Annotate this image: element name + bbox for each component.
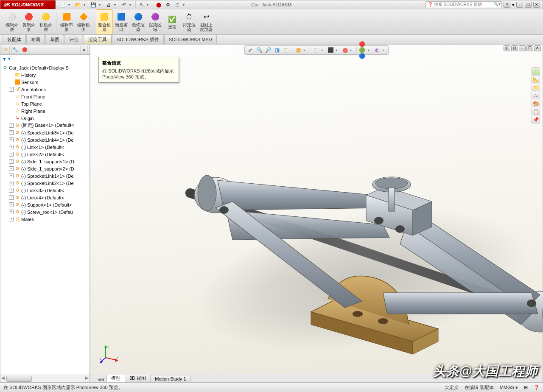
vp-minimize-button[interactable]: – [519,45,526,51]
tab-motion-study[interactable]: Motion Study 1 [150,376,190,382]
tree-node[interactable]: +⚙(-) Link<3> (Default< [1,187,89,194]
ribbon-copy-scene[interactable]: 🔴复制外 景 [20,9,37,34]
configs-icon[interactable]: 🔧 [11,46,19,53]
tree-node[interactable]: 📁History [1,71,89,78]
expand-icon[interactable]: + [9,137,14,142]
help-icon[interactable]: ? [504,2,510,8]
status-units[interactable]: MMGS ▾ [500,385,518,390]
appearance-icon[interactable]: 🔴🟢🔵 [359,46,367,54]
section-icon[interactable]: ◨ [273,46,281,54]
shadow-icon[interactable]: ⬤ [341,46,349,54]
tree-node[interactable]: ◇Right Plane [1,107,89,115]
tree-node[interactable]: ↳Origin [1,115,89,122]
tree-node[interactable]: +⚙(-) Side_1_support<2> (D [1,165,89,172]
orientation-triad[interactable]: y x z [100,343,120,364]
expand-icon[interactable]: + [9,217,14,221]
status-config-icon[interactable]: ⊞ [524,385,528,390]
graphics-viewport[interactable]: ⤢ 🔍 🔎 ◨ ⬚ ▦▾ ⬚▾ ⬛▾ ⬤▾ 🔴🟢🔵▾ ◐▾ ⊞ ⊟ – ☐ ✕ … [90,44,543,383]
tree-node[interactable]: 🟧Sensors [1,78,89,86]
filter-bar[interactable]: ▼ ▾ [0,55,90,63]
status-help-icon[interactable]: ❓ [534,385,540,390]
ribbon-schedule-render[interactable]: ⏱排定渲 染 [181,9,198,34]
vp-config-icon[interactable]: ⊞ [504,45,510,51]
prev-view-icon[interactable]: 🔎 [264,46,272,54]
horizontal-scrollbar[interactable]: ◀ ▶ [0,375,90,382]
view-palette-icon[interactable]: 🗂 [532,92,540,99]
ribbon-recall-render[interactable]: ↩召回上 次渲染 [198,9,215,34]
shaded-icon[interactable]: ⬛ [327,46,334,54]
ribbon-preview-window[interactable]: 🟦预览窗 口 [113,9,130,34]
expand-icon[interactable]: + [9,166,14,171]
zoom-fit-icon[interactable]: ⤢ [246,46,254,54]
dropdown-icon[interactable]: ▾ [99,3,103,7]
display-style-icon[interactable]: ▦ [294,46,302,54]
undo-icon[interactable]: ↶ [120,1,128,8]
expand-icon[interactable]: + [9,130,14,135]
tree-node[interactable]: +⚙(-) Screw_rod<1> (Defau [1,208,89,216]
expand-icon[interactable]: + [9,210,14,214]
forum-icon[interactable]: 📌 [532,116,540,123]
tree-node[interactable]: +⚙(-) Link<1> (Default< [1,143,89,151]
tree-node[interactable]: ◇Front Plane [1,93,89,100]
file-explorer-icon[interactable]: 📁 [532,84,540,91]
select-icon[interactable]: ↖ [137,1,145,8]
view-orient-icon[interactable]: ⬚ [282,46,290,54]
print-icon[interactable]: 🖨 [105,1,112,8]
tab-layout[interactable]: 布局 [26,35,45,44]
expand-icon[interactable]: + [9,87,14,92]
dropdown-icon[interactable]: ▾ [68,3,73,7]
design-lib-icon[interactable]: 📐 [532,76,540,83]
rebuild-icon[interactable]: ⬤ [155,1,162,8]
expand-icon[interactable]: + [9,159,14,164]
minimize-button[interactable]: – [516,2,523,8]
tab-model[interactable]: 模型 [106,375,125,382]
dropdown-icon[interactable]: ▾ [147,3,151,7]
tree-node[interactable]: +⚙(-) SprocketLink4<1> (De [1,136,89,143]
tree-node[interactable]: +⚙(固定) Base<1> (Default< [1,122,89,129]
help-search-input[interactable]: ❓ 搜索 SOLIDWORKS 帮助 🔍▾ [425,1,502,8]
maximize-button[interactable]: ☐ [525,2,532,8]
dropdown-icon[interactable]: ▾ [84,3,88,7]
tab-assembly[interactable]: 装配体 [3,35,26,44]
tree-node[interactable]: +⚙(-) SprocketLink2<1> (De [1,179,89,187]
ribbon-options[interactable]: ✅选项 [164,9,181,34]
home-icon[interactable]: ⌂ [532,67,540,75]
custom-props-icon[interactable]: 📋 [532,108,540,115]
ribbon-edit-appearance[interactable]: ⚪编辑外 观 [3,9,20,34]
scroll-thumb[interactable] [6,376,32,382]
tree-node[interactable]: +⚙(-) Link<4> (Default< [1,194,89,201]
expand-icon[interactable]: + [9,174,14,178]
expand-icon[interactable]: + [9,188,14,193]
tree-node[interactable]: +⚙(-) Support<1> (Default< [1,201,89,208]
tab-evaluate[interactable]: 评估 [64,35,83,44]
hidden-lines-icon[interactable]: ⬚ [312,46,320,54]
tree-node[interactable]: +⚙(-) Side_1_support<1> (D [1,158,89,165]
tab-sw-mbd[interactable]: SOLIDWORKS MBD [164,35,217,44]
tab-scroll-left-icon[interactable]: ◀◀ [97,377,104,382]
options-icon[interactable]: ⚙ [164,1,172,8]
ribbon-integrated-preview[interactable]: 🟨整合预 览 [96,9,113,34]
search-icon[interactable]: 🔍▾ [493,2,501,6]
settings-icon[interactable]: ☰ [174,1,181,8]
new-doc-icon[interactable]: 📄 [59,1,67,8]
expand-icon[interactable]: » [80,46,88,53]
tree-node[interactable]: ◇Top Plane [1,100,89,107]
expand-icon[interactable]: + [9,145,14,149]
scene-icon[interactable]: ◐ [373,46,381,54]
ribbon-paste-appearance[interactable]: 🟡粘贴外 观 [37,9,54,34]
tab-sketch[interactable]: 草图 [45,35,64,44]
tree-node[interactable]: +⚙(-) Link<2> (Default< [1,151,89,158]
expand-icon[interactable]: + [9,152,14,157]
tree-node[interactable]: +⚙(-) SprocketLink1<1> (De [1,172,89,179]
save-icon[interactable]: 💾 [90,1,97,8]
ribbon-render-region[interactable]: 🟣渲染区 域 [147,9,164,34]
tree-node[interactable]: +📝Annotations [1,86,89,93]
expand-icon[interactable]: + [9,202,14,207]
tab-sw-plugins[interactable]: SOLIDWORKS 插件 [112,35,164,44]
open-icon[interactable]: 📂 [74,1,82,8]
dropdown-icon[interactable]: ▾ [129,3,134,7]
zoom-area-icon[interactable]: 🔍 [255,46,263,54]
display-icon[interactable]: ⬤ [21,46,28,53]
tree-node[interactable]: +⚙(-) SprocketLink3<1> (De [1,129,89,136]
vp-maximize-button[interactable]: ☐ [526,45,533,51]
